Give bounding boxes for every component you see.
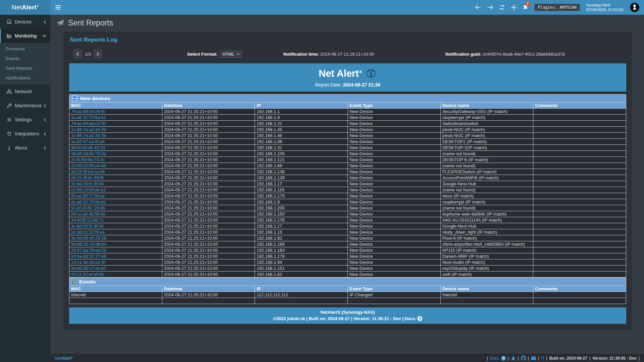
sent-reports-log-link[interactable]: Sent Reports Log	[64, 32, 631, 47]
mac-link-cell[interactable]: c0:06:c3:09:e4:46	[69, 163, 162, 169]
cell	[533, 217, 626, 223]
mac-link-cell[interactable]: dc:a6:32:73:8a:b1	[69, 115, 162, 121]
cell: 192.168.1.119	[255, 187, 348, 193]
chevron-left-icon	[44, 146, 46, 150]
cell: New Device	[347, 163, 440, 169]
mac-link-cell[interactable]: 92:ac:85:77:fd:ca	[69, 193, 162, 199]
wrench-icon	[7, 103, 12, 108]
sidebar-item-events[interactable]: Events	[0, 54, 50, 63]
cell: New Device	[347, 241, 440, 247]
mac-link-cell[interactable]: 1c:69:7a:a2:34:7b	[69, 127, 162, 133]
new-devices-table: MACDatetimeIPEvent TypeDevice nameCommen…	[69, 102, 626, 278]
mac-link-cell[interactable]: 48:b0:2d:5c:79:0d	[69, 151, 162, 157]
help-icon[interactable]: ?	[417, 316, 422, 321]
prev-page-button[interactable]	[73, 49, 83, 59]
cell	[533, 115, 626, 121]
mac-link-cell[interactable]: ac:82:47:ca:0f:e4	[69, 139, 162, 145]
cell: New Device	[347, 211, 440, 217]
mac-link-cell[interactable]: 3c:8d:20:f1:9f:04	[69, 223, 162, 229]
cell: 2024-06-27 21:25:21+10:00	[162, 163, 255, 169]
cell	[533, 109, 626, 115]
sidebar-item-network[interactable]: Network	[0, 84, 50, 99]
sidebar-item-maintenance[interactable]: Maintenance	[0, 99, 50, 113]
cell: (name not found)	[440, 151, 533, 157]
back-arrow-icon[interactable]	[475, 5, 481, 10]
cell: 2024-06-27 21:25:21+10:00	[162, 272, 255, 278]
mac-link-cell[interactable]: 1c:69:7a:a2:34:7b	[69, 133, 162, 139]
email-icon[interactable]	[531, 356, 536, 360]
sidebar-item-notifications[interactable]: Notifications	[0, 73, 50, 83]
cell: 2024-06-27 21:25:21+10:00	[162, 241, 255, 247]
sidebar-item-settings[interactable]: Settings	[0, 113, 50, 127]
docs-link[interactable]: Docs	[490, 356, 499, 361]
paper-plane-icon	[56, 19, 64, 27]
mac-link-cell[interactable]: 84:cc:a8:4a:56:4c	[69, 211, 162, 217]
sidebar-item-presence[interactable]: Presence	[0, 44, 50, 54]
mac-link-cell[interactable]: 14:c1:4e:2e:a3:3f	[69, 259, 162, 265]
mac-link-cell[interactable]: b0:be:83:51:77:e8	[69, 253, 162, 259]
sidebar-item-monitoring[interactable]: Monitoring	[0, 29, 50, 43]
table-row: c0:06:c3:09:e4:462024-06-27 21:25:21+10:…	[69, 163, 626, 169]
user-avatar[interactable]	[630, 3, 639, 12]
cell: New Device	[347, 247, 440, 253]
cell: 2024-06-27 21:25:21+10:00	[162, 193, 255, 199]
mac-link-cell[interactable]: d0:21:f9:b4:ca:0b	[69, 169, 162, 175]
mac-link-cell[interactable]: 74:ac:b9:54:09:fb	[69, 109, 162, 115]
plugins-status-badge[interactable]: Plugins: ARPSCAN	[534, 4, 580, 11]
sidebar-item-label: Network	[15, 89, 32, 94]
mac-link-cell[interactable]: c0:06:c3:09:de:e2	[69, 187, 162, 193]
mac-link-cell[interactable]: 98:5f:d3:d5:40:33	[69, 145, 162, 151]
mac-link-cell[interactable]: d0:21:f9:8c:59:f9	[69, 175, 162, 181]
mac-link-cell[interactable]: 28:87:ba:76:ed:03	[69, 247, 162, 253]
cell: unifi (IP match)	[440, 272, 533, 278]
sidebar-item-about[interactable]: About	[0, 141, 50, 155]
status-bar: NetAlertx | Docs ? | | | | © | Built on:…	[50, 354, 644, 362]
mac-link-cell[interactable]: 00:11:32:ef:a5:6c	[69, 272, 162, 278]
mac-link-cell[interactable]: f4:4d:30:61:20:46	[69, 205, 162, 211]
cell: Google-Nest-Hub	[440, 181, 533, 187]
cell: 192.168.1.92	[255, 235, 348, 241]
mac-link-cell[interactable]: 3a:9d:69:e0:29:28	[69, 235, 162, 241]
sidebar-item-devices[interactable]: Devices	[0, 15, 50, 29]
cell: 192.168.1.1	[255, 109, 348, 115]
mac-link-cell[interactable]: 44:6f:f8:12:68:71	[69, 217, 162, 223]
host-name: Synology-NAS	[586, 3, 610, 7]
host-info: Synology-NAS (27/06/2024, 21:41:02)	[586, 3, 624, 12]
cell: 2024-06-27 21:25:21+10:00	[162, 157, 255, 163]
mac-link-cell[interactable]: 74:ac:b9:ad:c3:30	[69, 121, 162, 127]
footer-brand-link[interactable]: NetAlertx	[55, 355, 73, 361]
cell: New Device	[347, 235, 440, 241]
bug-report-icon[interactable]	[511, 356, 516, 361]
cell: 192.168.1.17	[255, 223, 348, 229]
cell: 192.168.1.175	[255, 193, 348, 199]
github-icon[interactable]	[521, 356, 526, 361]
cell: 2024-06-27 21:25:21+10:00	[162, 181, 255, 187]
refresh-icon[interactable]	[499, 5, 505, 10]
cell: raspberrypi (IP match)	[440, 115, 533, 121]
format-select[interactable]: HTML	[220, 50, 242, 58]
table-row: 2c:f0:5d:9e:73:2c2024-06-27 21:25:21+10:…	[69, 157, 626, 163]
cell: Internet	[69, 292, 162, 298]
help-icon[interactable]: ?	[501, 356, 506, 361]
cell: 192.168.1.150	[255, 211, 348, 217]
sidebar-item-integrations[interactable]: Integrations	[0, 127, 50, 141]
sidebar-toggle-button[interactable]	[50, 0, 66, 15]
copyright-icon[interactable]: ©	[541, 356, 544, 361]
sidebar-item-sent-reports[interactable]: Sent Reports	[0, 63, 50, 73]
notifications-bell-icon[interactable]: 7	[523, 5, 528, 10]
report-controls: 1/3 Select Format: HTML Notification tim…	[64, 47, 631, 63]
next-page-button[interactable]	[93, 49, 103, 59]
column-header: Event Type	[347, 103, 440, 109]
cell: 192.168.1.139	[255, 175, 348, 181]
app-logo[interactable]: NetAlertx	[0, 0, 50, 15]
chevron-down-icon	[237, 53, 240, 55]
table-row: 48:b0:2d:5c:79:0d2024-06-27 21:25:21+10:…	[69, 151, 626, 157]
mac-link-cell[interactable]: 58:b6:23:70:d6:b4	[69, 241, 162, 247]
mac-link-cell[interactable]: bc:dd:c2:32:f9:ee	[69, 229, 162, 235]
mac-link-cell[interactable]: 2c:f0:5d:9e:73:2c	[69, 157, 162, 163]
move-arrows-icon[interactable]	[511, 5, 517, 10]
forward-arrow-icon[interactable]	[487, 5, 493, 10]
mac-link-cell[interactable]: 94:b5:55:c7:cb:e0	[69, 265, 162, 272]
mac-link-cell[interactable]: dc:a6:32:73:8a:b1	[69, 199, 162, 205]
mac-link-cell[interactable]: 3c:8d:20:f1:9f:04	[69, 181, 162, 187]
